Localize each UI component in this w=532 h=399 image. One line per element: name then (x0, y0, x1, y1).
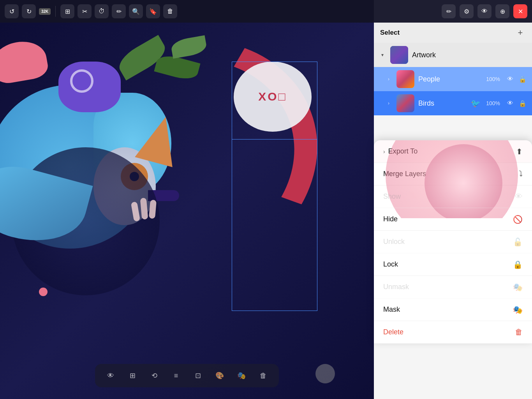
people-lock-btn[interactable]: 🔒 (518, 74, 527, 84)
bottom-grid-btn[interactable]: ⊞ (125, 368, 140, 383)
birds-lock-btn[interactable]: 🔒 (518, 99, 527, 108)
pink-shape (0, 38, 50, 86)
artwork-thumbnail (390, 46, 408, 64)
delete-label: Delete (383, 328, 403, 336)
undo-button[interactable]: ↺ (5, 4, 19, 18)
small-circle-2 (315, 364, 335, 383)
unmask-label: Unmask (383, 283, 409, 291)
search-tool[interactable]: 🔍 (129, 4, 143, 18)
layers-header: Select + (374, 23, 532, 43)
export-label: Export To (388, 147, 418, 155)
people-layer-name: People (418, 75, 482, 83)
show-icon: 👁 (515, 192, 523, 201)
layer-birds[interactable]: › Birds 🐦 100% 👁 🔒 (374, 91, 532, 115)
export-share-icon: ⬆ (516, 147, 523, 156)
unmask-icon: 🎭 (513, 282, 523, 292)
menu-item-delete[interactable]: Delete 🗑 (374, 321, 532, 344)
zoom-badge: 32K (39, 8, 51, 15)
panel-topbar: ✏ ⚙ 👁 ⊕ ✕ (374, 0, 532, 23)
menu-item-hide[interactable]: Hide 🚫 (374, 208, 532, 231)
bottom-toolbar: 👁 ⊞ ⟲ ≡ ⊡ 🎨 🎭 🗑 (95, 364, 279, 387)
merge-label: Merge Layers (383, 170, 426, 178)
delete-icon: 🗑 (515, 328, 523, 337)
delete-tool[interactable]: 🗑 (163, 4, 177, 18)
bottom-align-btn[interactable]: ≡ (168, 368, 184, 383)
panel-add-btn[interactable]: ⊕ (495, 4, 509, 18)
select-tool[interactable]: ⊞ (60, 4, 74, 18)
selection-box-2 (232, 62, 317, 311)
menu-item-mask[interactable]: Mask 🎭 (374, 298, 532, 321)
canvas-area[interactable]: ↺ ↻ 32K ⊞ ✂ ⏱ ✏ 🔍 🔖 🗑 (0, 0, 374, 399)
birds-emoji: 🐦 (471, 99, 481, 108)
menu-item-show: Show 👁 (374, 185, 532, 208)
menu-item-lock[interactable]: Lock 🔒 (374, 253, 532, 276)
menu-item-merge[interactable]: Merge Layers ⤵ (374, 163, 532, 185)
panel-eye-btn[interactable]: 👁 (477, 4, 491, 18)
layer-people[interactable]: › People 100% 👁 🔒 (374, 67, 532, 91)
bottom-transform-btn[interactable]: ⊡ (190, 368, 206, 383)
mask-label: Mask (383, 305, 400, 314)
history-tool[interactable]: ⏱ (95, 4, 109, 18)
layers-add-button[interactable]: + (515, 27, 526, 38)
artwork-layer-name: Artwork (412, 51, 527, 59)
bottom-mask-btn[interactable]: 🎭 (234, 368, 249, 383)
birds-opacity: 100% (486, 100, 500, 106)
artwork-expand-icon[interactable]: ▾ (379, 51, 386, 59)
show-label: Show (383, 192, 401, 201)
bottom-fill-btn[interactable]: 🎨 (212, 368, 227, 383)
top-toolbar: ↺ ↻ 32K ⊞ ✂ ⏱ ✏ 🔍 🔖 🗑 (0, 0, 374, 23)
lock-icon: 🔒 (513, 260, 523, 269)
unlock-label: Unlock (383, 238, 405, 246)
people-layer-actions: 👁 🔒 (506, 74, 527, 84)
people-visibility-btn[interactable]: 👁 (506, 74, 515, 84)
redo-button[interactable]: ↻ (22, 4, 36, 18)
birds-layer-name: Birds (418, 99, 467, 108)
merge-icon: ⤵ (519, 169, 523, 178)
people-opacity: 100% (486, 76, 500, 82)
lock-label: Lock (383, 260, 398, 268)
flag-tool[interactable]: 🔖 (146, 4, 160, 18)
cut-tool[interactable]: ✂ (78, 4, 92, 18)
circle-outline (70, 69, 93, 93)
export-arrow-icon: › (383, 148, 385, 155)
bottom-arrange-btn[interactable]: ⟲ (146, 368, 162, 383)
layer-artwork[interactable]: ▾ Artwork (374, 43, 532, 67)
divider-1 (55, 6, 56, 17)
menu-item-export[interactable]: › Export To ⬆ (374, 140, 532, 163)
layers-title: Select (380, 29, 400, 37)
birds-expand-icon[interactable]: › (385, 99, 393, 107)
panel-pencil-btn[interactable]: ✏ (442, 4, 456, 18)
menu-item-unlock: Unlock 🔓 (374, 231, 532, 253)
right-panel: ✏ ⚙ 👁 ⊕ ✕ Select + ▾ Artwork › People 10… (374, 0, 532, 399)
export-label-group: › Export To (383, 147, 417, 155)
panel-settings-btn[interactable]: ⚙ (460, 4, 474, 18)
bottom-eye-btn[interactable]: 👁 (103, 368, 118, 383)
layers-panel: Select + ▾ Artwork › People 100% 👁 🔒 (374, 23, 532, 115)
small-circle-1 (39, 288, 48, 296)
menu-item-unmask: Unmask 🎭 (374, 276, 532, 298)
birds-layer-actions: 👁 🔒 (506, 99, 527, 108)
mask-icon: 🎭 (513, 305, 523, 314)
people-thumbnail (396, 70, 414, 88)
hide-icon: 🚫 (513, 215, 523, 224)
artwork-canvas[interactable]: XO□ (0, 23, 374, 399)
bottom-delete-btn[interactable]: 🗑 (255, 368, 271, 383)
panel-close-btn[interactable]: ✕ (513, 4, 527, 18)
context-menu: › Export To ⬆ Merge Layers ⤵ Show 👁 Hide… (374, 140, 532, 344)
hide-label: Hide (383, 215, 398, 223)
people-expand-icon[interactable]: › (385, 75, 393, 83)
unlock-icon: 🔓 (513, 237, 523, 247)
draw-tool[interactable]: ✏ (112, 4, 126, 18)
birds-visibility-btn[interactable]: 👁 (506, 99, 515, 108)
birds-thumbnail (396, 94, 414, 112)
